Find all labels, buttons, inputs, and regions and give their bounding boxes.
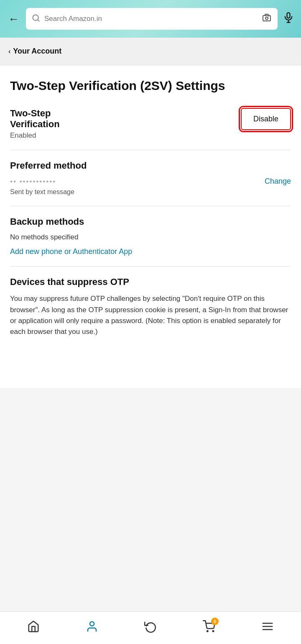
svg-point-8	[90, 622, 94, 626]
tsv-label: Two-StepVerification	[10, 108, 60, 130]
menu-icon	[261, 620, 274, 636]
phone-masked: •• •••••••••••	[10, 177, 56, 186]
page-title: Two-Step Verification (2SV) Settings	[10, 78, 291, 94]
nav-account[interactable]	[79, 617, 105, 639]
devices-description: You may suppress future OTP challenges b…	[10, 293, 291, 337]
svg-rect-5	[287, 13, 290, 18]
preferred-method-section: Preferred method •• ••••••••••• Change S…	[10, 160, 291, 196]
nav-menu[interactable]	[255, 617, 281, 639]
search-icon	[32, 14, 40, 24]
main-content: Two-Step Verification (2SV) Settings Two…	[0, 65, 301, 388]
account-icon	[86, 620, 98, 636]
tsv-status: Enabled	[10, 131, 60, 140]
svg-rect-2	[263, 15, 270, 21]
returns-icon	[144, 620, 157, 636]
no-methods-text: No methods specified	[10, 233, 291, 241]
chevron-left-icon: ‹	[8, 48, 10, 55]
back-button[interactable]: ←	[7, 11, 21, 27]
svg-line-1	[38, 19, 39, 21]
devices-section: Devices that suppress OTP You may suppre…	[10, 277, 291, 337]
divider-1	[10, 150, 291, 150]
nav-returns[interactable]	[138, 617, 163, 639]
breadcrumb[interactable]: ‹ Your Account	[0, 38, 301, 65]
divider-2	[10, 206, 291, 206]
mic-icon[interactable]	[283, 12, 294, 26]
nav-cart[interactable]: 0	[196, 617, 222, 639]
method-description: Sent by text message	[10, 188, 291, 196]
svg-point-10	[213, 631, 214, 632]
preferred-method-title: Preferred method	[10, 160, 291, 171]
nav-home[interactable]	[20, 617, 46, 639]
method-row: •• ••••••••••• Change	[10, 177, 291, 186]
camera-icon[interactable]	[262, 13, 272, 25]
search-input[interactable]	[44, 15, 258, 23]
tsv-label-group: Two-StepVerification Enabled	[10, 108, 60, 140]
svg-point-3	[265, 17, 268, 20]
cart-wrapper: 0	[203, 620, 215, 636]
change-link[interactable]: Change	[265, 177, 291, 186]
cart-badge: 0	[211, 618, 219, 625]
divider-3	[10, 266, 291, 267]
backup-methods-title: Backup methods	[10, 216, 291, 227]
svg-rect-4	[268, 16, 269, 17]
bottom-nav: 0	[0, 611, 301, 644]
backup-methods-section: Backup methods No methods specified Add …	[10, 216, 291, 256]
header: ←	[0, 0, 301, 38]
add-backup-link[interactable]: Add new phone or Authenticator App	[10, 247, 132, 256]
svg-point-9	[207, 631, 208, 632]
tsv-section: Two-StepVerification Enabled Disable	[10, 108, 291, 140]
disable-button[interactable]: Disable	[241, 108, 291, 130]
home-icon	[27, 620, 40, 636]
devices-title: Devices that suppress OTP	[10, 277, 291, 287]
breadcrumb-label: Your Account	[13, 47, 61, 56]
search-bar	[26, 8, 278, 30]
